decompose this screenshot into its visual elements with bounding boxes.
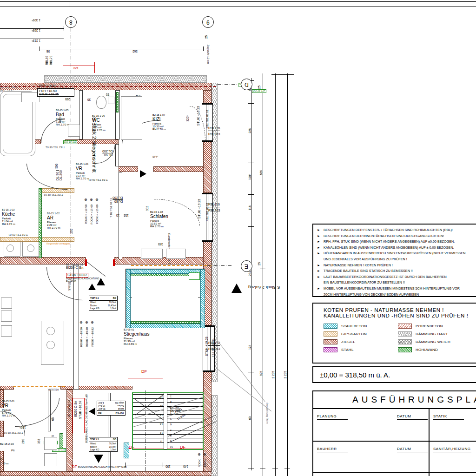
dimension-text: 265 xyxy=(65,98,70,101)
note-marker-icon: ► xyxy=(317,233,322,239)
fixture xyxy=(141,249,163,259)
note-marker-blank xyxy=(317,280,322,286)
level-box: FRH +18.50 STUK +19.25 xyxy=(37,88,74,97)
dimension-line xyxy=(248,469,254,469)
grid-bubble-8: 8 xyxy=(65,16,77,28)
rbl-label: RBL226 xyxy=(208,126,220,131)
note-text: KANALSOHLEN SIND (WENN NICHT ANDERS ANGE… xyxy=(324,245,454,251)
legend-label: PORENBETON xyxy=(416,324,443,328)
legend-label: HOHLWAND xyxy=(416,348,438,352)
note-text: BESCHRIFTUNGEN DER INNENTÜRACHSEN SIND D… xyxy=(324,233,444,239)
legend-swatch-ziegel xyxy=(324,339,337,344)
dimension-line xyxy=(207,463,207,467)
leader-line xyxy=(216,339,265,402)
shaft-interior xyxy=(133,276,198,321)
fire-door-outline xyxy=(72,398,85,433)
dimension-text: 562 xyxy=(132,50,138,53)
dimension-text: 172 xyxy=(248,345,251,350)
note-marker-icon: ► xyxy=(317,286,322,292)
annotation-text: FBOK = +19.82 xyxy=(91,327,94,347)
top-table-row: Lage KG1,9m² xyxy=(97,401,125,404)
direction-marker-icon xyxy=(140,170,146,178)
orange-dashed-line xyxy=(131,265,212,266)
wall-segment-hg xyxy=(116,92,119,112)
dimension-text: 320⁵ xyxy=(186,115,189,122)
wall-segment-ht xyxy=(0,237,74,242)
level-marker-icon: ⊕ xyxy=(79,321,83,325)
legend-column-left: STAHLBETONGIPSKARTONZIEGELSTAHL xyxy=(324,322,398,354)
legend-swatch-gipskarton xyxy=(324,331,337,337)
grid-bubble-8-label: 8 xyxy=(69,19,73,26)
room-label-küche: B2-15 1-03KücheParkett11.04 m²RH 2.70 m xyxy=(2,208,15,225)
hohlwand-code-label: DO 10 110 xyxy=(63,140,77,144)
window-code: FB2 TB1 07 01 xyxy=(206,110,209,128)
fixture-circle xyxy=(46,341,55,349)
dimension-text: 116 xyxy=(248,205,251,210)
fire-door-stuk: STUK +18.87 xyxy=(66,273,88,278)
legend-label: DÄMMUNG HART xyxy=(416,332,448,336)
axis-dashdot-h xyxy=(210,294,232,294)
fixture-circle xyxy=(46,327,55,335)
level-marker-icon: ⊕ xyxy=(90,198,93,202)
room-label-line: B2-15 1-02 xyxy=(47,212,60,215)
top-table: TOP 5.3BDWand76,9m²Boden10,9m²Lage KG1,9… xyxy=(89,437,118,452)
note-marker-icon: ► xyxy=(317,245,322,251)
title-block-title: AUSFÜHRUNGSPLAN xyxy=(313,391,476,409)
top-table-row: Wand76,9m² xyxy=(89,442,117,445)
grid-bubble-9-label: 9 xyxy=(206,19,210,26)
wall-segment-hg xyxy=(60,433,63,448)
dimension-line xyxy=(40,46,40,51)
wall-segment-hz xyxy=(153,166,203,172)
legend-swatch-porenbeton xyxy=(398,324,412,329)
shaft-wall-bottom xyxy=(126,324,205,328)
door-swing-arc xyxy=(15,398,60,427)
wall-segment-ht xyxy=(40,188,74,193)
dimension-text: 190 xyxy=(165,465,171,468)
title-block-row-divider2 xyxy=(313,472,476,473)
note-text: EIN BAUSTELLENKOORDINATOR ZU BESTELLEN !… xyxy=(324,280,405,286)
room-label-line: B2-05-01 xyxy=(124,328,150,331)
fixture xyxy=(108,97,114,104)
wall-segment-hg xyxy=(39,188,42,258)
legend-swatch-stahlbeton xyxy=(324,324,337,329)
rbl-label: RBL263 xyxy=(208,209,220,212)
direction-marker-icon xyxy=(89,408,95,415)
note-line: ►TRAGENDE BAUTEILE SIND STATISCH ZU BEME… xyxy=(317,268,476,274)
dimension-text: 95 xyxy=(106,93,109,96)
text-fragment: SPP xyxy=(152,155,158,158)
dimension-line xyxy=(260,269,265,269)
dimension-text: 120 xyxy=(73,66,79,70)
top-table-row: Lage KG1,9m² xyxy=(89,307,117,310)
wall-segment-ins xyxy=(44,75,207,83)
axis-dashdot-v xyxy=(71,28,71,287)
dimension-line xyxy=(163,463,163,467)
note-line: EIN BAUSTELLENKOORDINATOR ZU BESTELLEN !… xyxy=(317,280,476,286)
dimension-line xyxy=(0,7,476,7)
text-fragment: P6 xyxy=(11,449,14,452)
rbl-label: RBL263 xyxy=(208,347,220,351)
wall-segment-ins xyxy=(212,395,218,476)
grid-bubble-d-label: D xyxy=(245,81,249,88)
room-label-line: VR xyxy=(76,166,89,171)
axis-dashdot-h xyxy=(218,84,240,85)
wall-segment-hz xyxy=(0,471,214,476)
legend-item: STAHL xyxy=(324,346,398,354)
note-marker-icon: ► xyxy=(317,251,322,257)
note-marker-icon: ► xyxy=(317,274,322,280)
annotation-text: Abstellr. xyxy=(47,388,59,391)
legend-label: STAHL xyxy=(341,348,354,352)
text-fragment: 2.70 m xyxy=(0,462,8,465)
grid-bubble-d: D xyxy=(241,79,252,90)
note-marker-blank xyxy=(317,292,322,298)
field-planung-label: PLANUNG xyxy=(317,413,348,420)
level-rph-label: RPH +18.44 xyxy=(39,84,56,87)
dimension-text: 65 xyxy=(51,417,54,421)
dimension-text: 205 xyxy=(70,229,73,234)
annotation-text: RDUK = +19.50 xyxy=(85,205,87,224)
annotation-text: RDOK = +19.60 xyxy=(86,327,88,347)
dimension-text: 15 xyxy=(116,214,119,217)
fire-door-class: EI230-C-Sπ xyxy=(66,266,99,270)
top-table-header: TOP 5.3BD xyxy=(89,437,117,442)
dimension-line xyxy=(203,46,204,51)
red-dimension-line xyxy=(63,66,94,66)
